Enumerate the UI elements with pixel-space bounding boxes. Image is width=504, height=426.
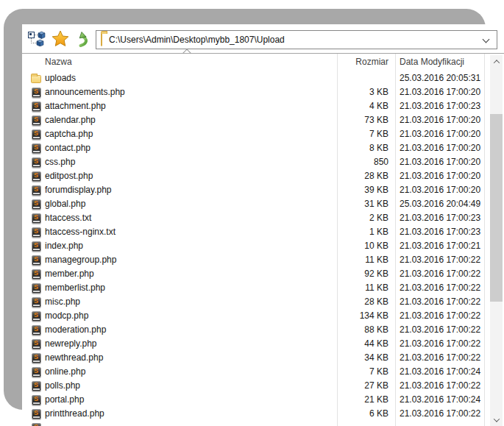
file-modified: 25.03.2016 20:04:49 (400, 197, 480, 211)
file-row[interactable]: S forumdisplay.php 39 KB 21.03.2016 17:0… (22, 183, 484, 197)
s-file-icon: S (32, 88, 41, 98)
file-row[interactable]: S online.php 7 KB 21.03.2016 17:00:24 (22, 365, 484, 379)
file-modified: 21.03.2016 17:00:22 (400, 407, 480, 421)
file-name: htaccess.txt (45, 211, 91, 225)
scrollbar-thumb[interactable] (490, 114, 503, 302)
file-row[interactable]: S polls.php 27 KB 21.03.2016 17:00:22 (22, 379, 484, 393)
file-modified: 21.03.2016 17:00:22 (400, 253, 480, 267)
column-header-size[interactable]: Rozmiar (294, 54, 388, 71)
address-dropdown-chevron-icon[interactable] (483, 36, 490, 43)
file-name: captcha.php (45, 127, 93, 141)
file-name: htaccess-nginx.txt (45, 225, 116, 239)
file-name: modcp.php (45, 309, 88, 323)
file-name: memberlist.php (45, 281, 105, 295)
file-modified: 21.03.2016 17:00:20 (400, 113, 480, 127)
address-folder-icon (101, 33, 102, 46)
s-file-icon: S (32, 185, 41, 196)
file-size: 39 KB (294, 183, 388, 197)
file-row[interactable]: S contact.php 8 KB 21.03.2016 17:00:20 (22, 141, 484, 155)
s-file-icon: S (32, 171, 41, 182)
column-header-row: Nazwa Rozmiar Data Modyfikacji (22, 54, 484, 71)
s-file-icon: S (32, 297, 41, 308)
file-row[interactable]: S calendar.php 73 KB 21.03.2016 17:00:20 (22, 113, 484, 127)
s-file-icon: S (32, 353, 41, 363)
file-row[interactable]: S misc.php 28 KB 21.03.2016 17:00:22 (22, 295, 484, 309)
file-name: misc.php (45, 295, 80, 309)
folder-tree-icon (28, 31, 46, 49)
file-row[interactable]: S htaccess-nginx.txt 1 KB 21.03.2016 17:… (22, 225, 484, 239)
s-file-icon: S (32, 213, 41, 224)
s-file-icon: S (32, 325, 41, 336)
file-modified: 21.03.2016 17:00:22 (400, 295, 480, 309)
s-file-icon: S (32, 423, 41, 426)
chevron-up-icon (493, 60, 499, 65)
file-row[interactable]: S moderation.php 88 KB 21.03.2016 17:00:… (22, 323, 484, 337)
file-row[interactable]: S captcha.php 7 KB 21.03.2016 17:00:20 (22, 127, 484, 141)
column-divider (484, 54, 485, 426)
file-name: portal.php (45, 393, 84, 407)
s-file-icon: S (32, 241, 41, 252)
column-header-name[interactable]: Nazwa (45, 54, 72, 71)
s-file-icon: S (32, 311, 41, 322)
file-row[interactable]: S htaccess.txt 2 KB 21.03.2016 17:00:23 (22, 211, 484, 225)
file-row[interactable]: S managegroup.php 11 KB 21.03.2016 17:00… (22, 253, 484, 267)
s-file-icon: S (32, 409, 41, 419)
file-size: 92 KB (294, 267, 388, 281)
file-size: 6 KB (294, 407, 388, 421)
file-row[interactable]: S index.php 10 KB 21.03.2016 17:00:21 (22, 239, 484, 253)
s-file-icon: S (32, 227, 41, 238)
file-row[interactable]: S member.php 92 KB 21.03.2016 17:00:22 (22, 267, 484, 281)
file-list: uploads 25.03.2016 20:05:31 S announceme… (22, 71, 484, 426)
s-file-icon: S (32, 339, 41, 349)
file-row[interactable]: S global.php 31 KB 25.03.2016 20:04:49 (22, 197, 484, 211)
file-row[interactable]: S printthread.php 6 KB 21.03.2016 17:00:… (22, 407, 484, 421)
file-size: 2 KB (294, 211, 388, 225)
file-row[interactable]: S newthread.php 34 KB 21.03.2016 17:00:2… (22, 351, 484, 365)
address-bar[interactable]: C:\Users\Admin\Desktop\mybb_1807\Upload (96, 30, 497, 49)
file-row[interactable]: S editpost.php 28 KB 21.03.2016 17:00:20 (22, 169, 484, 183)
file-size: 11 KB (294, 253, 388, 267)
file-size: 10 KB (294, 239, 388, 253)
file-size: 134 KB (294, 309, 388, 323)
file-modified: 21.03.2016 17:00:21 (400, 239, 480, 253)
file-modified: 21.03.2016 17:00:20 (400, 155, 480, 169)
s-file-icon: S (32, 269, 41, 280)
file-name: online.php (45, 365, 85, 379)
file-row[interactable]: S announcements.php 3 KB 21.03.2016 17:0… (22, 85, 484, 99)
file-row[interactable]: S newreply.php 44 KB 21.03.2016 17:00:22 (22, 337, 484, 351)
file-modified: 21.03.2016 17:00:22 (400, 281, 480, 295)
address-path: C:\Users\Admin\Desktop\mybb_1807\Upload (109, 35, 285, 45)
file-modified: 21.03.2016 17:00:24 (400, 365, 480, 379)
s-file-icon: S (32, 395, 41, 405)
file-modified: 21.03.2016 17:00:20 (400, 141, 480, 155)
file-name: index.php (45, 239, 83, 253)
file-row[interactable]: S portal.php 21 KB 21.03.2016 17:00:24 (22, 393, 484, 407)
vertical-scrollbar[interactable] (490, 55, 503, 426)
file-name: forumdisplay.php (45, 183, 112, 197)
file-name: announcements.php (45, 85, 125, 99)
file-name: managegroup.php (45, 253, 116, 267)
scroll-up-button[interactable] (490, 55, 503, 68)
file-size: 11 KB (294, 281, 388, 295)
column-header-modified[interactable]: Data Modyfikacji (400, 54, 464, 71)
file-size: 44 KB (294, 337, 388, 351)
file-row[interactable]: S modcp.php 134 KB 21.03.2016 17:00:22 (22, 309, 484, 323)
go-up-button[interactable] (74, 31, 95, 49)
file-row[interactable]: uploads 25.03.2016 20:05:31 (22, 71, 484, 85)
file-row[interactable]: S (22, 421, 484, 426)
file-name: global.php (45, 197, 85, 211)
file-size: 4 KB (294, 99, 388, 113)
chevron-down-icon (493, 416, 499, 422)
file-modified: 21.03.2016 17:00:23 (400, 211, 480, 225)
scroll-down-button[interactable] (490, 413, 503, 426)
file-size: 28 KB (294, 295, 388, 309)
file-row[interactable]: S memberlist.php 11 KB 21.03.2016 17:00:… (22, 281, 484, 295)
file-size: 850 (294, 155, 388, 169)
favorites-button[interactable] (50, 31, 71, 49)
file-row[interactable]: S attachment.php 4 KB 21.03.2016 17:00:2… (22, 99, 484, 113)
s-file-icon: S (32, 367, 41, 377)
file-modified: 21.03.2016 17:00:22 (400, 379, 480, 393)
file-row[interactable]: S css.php 850 21.03.2016 17:00:20 (22, 155, 484, 169)
file-size: 8 KB (294, 141, 388, 155)
folder-tree-button[interactable] (26, 31, 47, 49)
